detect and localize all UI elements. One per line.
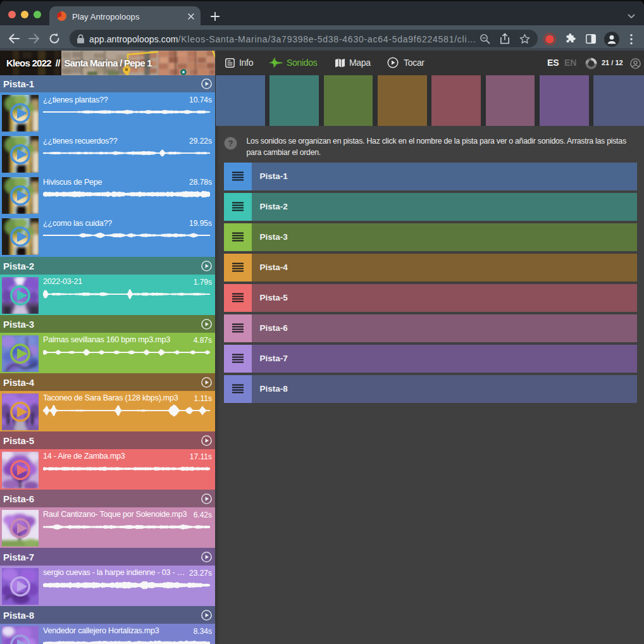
svg-text:?: ? xyxy=(228,139,233,148)
